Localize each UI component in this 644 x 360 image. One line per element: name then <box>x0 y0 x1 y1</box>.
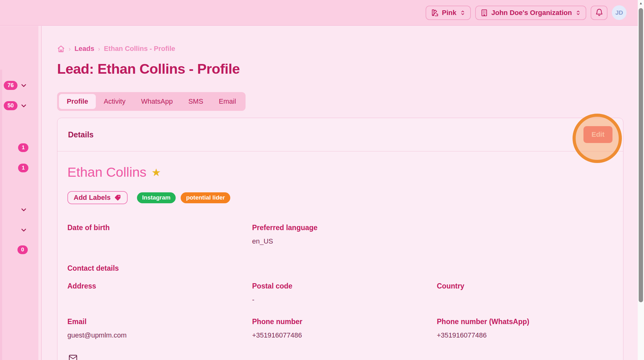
chevron-right-icon: › <box>98 45 100 52</box>
tab-bar: Profile Activity WhatsApp SMS Email <box>57 92 246 111</box>
bell-icon <box>595 8 603 17</box>
field-label: Country <box>437 282 613 290</box>
tab-sms[interactable]: SMS <box>181 94 211 109</box>
field-label: Email <box>67 318 252 326</box>
breadcrumb-leads[interactable]: Leads <box>75 45 95 53</box>
scrollbar-thumb[interactable] <box>639 8 643 302</box>
sidebar-badge-1: 1 <box>18 164 28 172</box>
field-address: Address <box>67 282 252 304</box>
field-value: +351916077486 <box>252 331 437 340</box>
card-title: Details <box>68 130 94 139</box>
field-value: guest@upmlm.com <box>67 331 252 340</box>
contact-fields-row2: Email guest@upmlm.com Phone number +3519… <box>67 318 613 340</box>
building-icon <box>480 9 488 17</box>
chevron-down-icon[interactable] <box>20 102 27 111</box>
page-title: Lead: Ethan Collins - Profile <box>57 61 623 77</box>
field-phone-whatsapp: Phone number (WhatsApp) +351916077486 <box>437 318 613 340</box>
contact-details-heading: Contact details <box>67 264 613 273</box>
chevron-down-icon[interactable] <box>20 226 27 235</box>
field-preferred-language: Preferred language en_US <box>252 224 437 246</box>
add-labels-label: Add Labels <box>74 194 111 202</box>
envelope-icon[interactable] <box>67 353 613 360</box>
profile-fields: Date of birth Preferred language en_US <box>67 224 613 246</box>
add-labels-button[interactable]: Add Labels <box>67 191 128 204</box>
avatar[interactable]: JD <box>612 5 627 20</box>
sidebar-badge-1: 1 <box>18 143 28 152</box>
field-date-of-birth: Date of birth <box>67 224 252 246</box>
label-chip-potential-lider[interactable]: potential lider <box>181 192 230 203</box>
labels-row: Add Labels Instagram potential lider <box>67 191 613 204</box>
chevron-updown-icon <box>460 10 466 16</box>
notifications-button[interactable] <box>591 6 607 20</box>
chevron-down-icon[interactable] <box>20 206 27 215</box>
edit-button[interactable]: Edit <box>583 126 612 143</box>
chevron-updown-icon <box>575 10 581 16</box>
field-label: Preferred language <box>252 224 437 232</box>
field-email: Email guest@upmlm.com <box>67 318 252 340</box>
tab-email[interactable]: Email <box>211 94 244 109</box>
sidebar: 76 50 1 1 0 <box>0 26 41 360</box>
topbar: Pink John Doe's Organization <box>0 0 644 26</box>
scrollbar[interactable]: ▲ <box>638 0 644 360</box>
field-country: Country <box>437 282 613 304</box>
tab-activity[interactable]: Activity <box>96 94 133 109</box>
main-content: › Leads › Ethan Collins - Profile Lead: … <box>42 26 638 360</box>
field-value <box>67 237 252 246</box>
palette-icon <box>431 9 439 17</box>
breadcrumb: › Leads › Ethan Collins - Profile <box>57 45 623 53</box>
field-label: Date of birth <box>67 224 252 232</box>
chevron-right-icon: › <box>69 45 71 52</box>
home-icon[interactable] <box>57 45 65 53</box>
sidebar-badge-0: 0 <box>17 245 28 254</box>
organization-label: John Doe's Organization <box>491 9 572 17</box>
field-label: Address <box>67 282 252 290</box>
field-label: Phone number <box>252 318 437 326</box>
field-value: +351916077486 <box>437 331 613 340</box>
theme-selector[interactable]: Pink <box>426 6 471 20</box>
field-value <box>67 296 252 304</box>
field-value: - <box>252 296 437 304</box>
field-value: en_US <box>252 237 437 246</box>
sidebar-badge-50: 50 <box>4 101 17 110</box>
field-value <box>437 296 613 304</box>
lead-name: Ethan Collins <box>67 165 146 180</box>
sidebar-badge-76: 76 <box>4 81 17 90</box>
field-label: Phone number (WhatsApp) <box>437 318 613 326</box>
tab-whatsapp[interactable]: WhatsApp <box>133 94 181 109</box>
field-postal-code: Postal code - <box>252 282 437 304</box>
details-card: Details Edit Ethan Collins ★ Add Labels <box>57 118 623 360</box>
chevron-down-icon[interactable] <box>20 82 27 91</box>
star-icon[interactable]: ★ <box>151 167 161 178</box>
field-phone-number: Phone number +351916077486 <box>252 318 437 340</box>
tag-icon <box>114 194 121 201</box>
tab-profile[interactable]: Profile <box>59 94 96 109</box>
label-chip-instagram[interactable]: Instagram <box>137 192 176 203</box>
details-card-body: Ethan Collins ★ Add Labels Instagram pot… <box>57 151 623 360</box>
scrollbar-up-arrow[interactable]: ▲ <box>638 1 644 5</box>
theme-label: Pink <box>442 9 456 17</box>
details-card-header: Details Edit <box>57 118 623 151</box>
contact-fields-row1: Address Postal code - Country <box>67 282 613 304</box>
organization-selector[interactable]: John Doe's Organization <box>475 6 586 20</box>
breadcrumb-current: Ethan Collins - Profile <box>104 45 175 53</box>
field-label: Postal code <box>252 282 437 290</box>
